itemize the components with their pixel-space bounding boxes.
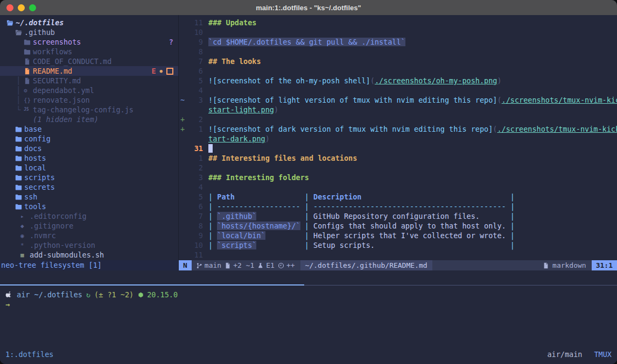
syntax-segment (300, 202, 305, 211)
tree-item-label: config (24, 134, 51, 144)
statusline-diff: +2 ~1 (233, 261, 254, 269)
line-text: tart-dark.png) (203, 134, 617, 144)
tree-item-dependabot.yml[interactable]: │⚙dependabot.yml (0, 85, 178, 95)
tree-item-.editorconfig[interactable]: ▸.editorconfig (0, 211, 178, 221)
gutter-sign (179, 221, 188, 231)
apple-icon (5, 291, 13, 298)
syntax-segment (235, 192, 305, 201)
tree-item-label: scripts (24, 173, 55, 182)
syntax-segment: | (510, 212, 515, 220)
syntax-segment: ) (497, 76, 501, 85)
tmux-status-bar: 1:.dotfiles air/main TMUX (5, 349, 612, 359)
line-number: 11 (188, 18, 203, 27)
editor-line[interactable]: 9`cd $HOME/.dotfiles && git pull && ./in… (179, 37, 617, 47)
editor-line[interactable]: 4 (179, 182, 617, 192)
tree-item-label: local (24, 163, 46, 173)
editor-line[interactable]: +1![screenshot of dark version of tmux w… (179, 124, 617, 134)
editor-line[interactable]: 10| `scripts` | Setup scripts. | (179, 240, 617, 250)
tree-item-.python-version[interactable]: *.python-version (0, 240, 178, 250)
syntax-segment: ### Interesting folders (208, 173, 309, 182)
line-number (188, 134, 203, 144)
tmux-host-session: air/main (547, 349, 582, 359)
zoom-button[interactable] (29, 4, 36, 11)
syntax-segment: | (305, 212, 313, 220)
editor-line[interactable]: 4 (179, 85, 617, 95)
tree-item-secrets[interactable]: secrets (0, 182, 178, 192)
editor-line[interactable]: ~3![screenshot of light version of tmux … (179, 95, 617, 105)
editor-line[interactable]: 8| `hosts/{hostname}/` | Configs that sh… (179, 221, 617, 231)
editor-line[interactable]: 6| ------------------- | ---------------… (179, 202, 617, 211)
syntax-segment: Path (217, 192, 235, 201)
diamond-icon: ◆ (20, 223, 30, 229)
shell-pane[interactable]: air ~/.dotfiles ↻ (± ?1 ~2) 20.15.0 → 1:… (0, 270, 617, 364)
editor-line[interactable]: 10 (179, 27, 617, 37)
tree-item-renovate.json[interactable]: │{}renovate.json (0, 95, 178, 105)
tree-item-docs[interactable]: docs (0, 144, 178, 153)
editor-line[interactable]: 8 (179, 47, 617, 56)
editor-line[interactable]: 1## Interesting files and locations (179, 153, 617, 163)
tree-item-label: workflows (33, 47, 72, 56)
pending-icon (278, 262, 284, 269)
tree-item-local[interactable]: local (0, 163, 178, 173)
editor-line[interactable]: tart-dark.png) (179, 134, 617, 144)
editor-line[interactable]: 31 (179, 144, 617, 153)
folder-icon (15, 184, 24, 191)
editor-line[interactable]: +2 (179, 115, 617, 124)
folder-icon (15, 126, 24, 133)
editor-line[interactable]: 2 (179, 163, 617, 173)
syntax-segment: | (208, 192, 217, 201)
neo-tree-sidebar[interactable]: ~/.dotfiles.githubscreenshots?workflowsC… (0, 15, 178, 270)
tree-item-label: .gitignore (30, 221, 73, 231)
line-number: 11 (188, 250, 203, 260)
tree-item-security.md[interactable]: │SECURITY.md (0, 76, 178, 85)
editor-line[interactable]: 11### Updates (179, 18, 617, 27)
tree-item-.nvmrc[interactable]: ◉.nvmrc (0, 231, 178, 240)
tree-item-scripts[interactable]: scripts (0, 173, 178, 182)
editor-line[interactable]: 11 (179, 250, 617, 260)
tree-item-hosts[interactable]: hosts (0, 153, 178, 163)
tree-item-tag-changelog-config.js[interactable]: └JStag-changelog-config.js (0, 105, 178, 115)
nvim-editor[interactable]: 11### Updates 10 9`cd $HOME/.dotfiles &&… (179, 15, 617, 260)
editor-line[interactable]: 5| Path | Description | (179, 192, 617, 202)
tree-item-1hiddenitem[interactable]: (1 hidden item) (0, 115, 178, 124)
tree-item-add-submodules.sh[interactable]: ■add-submodules.sh (0, 250, 178, 260)
tree-item-base[interactable]: base (0, 124, 178, 134)
editor-line[interactable]: 3### Interesting folders (179, 173, 617, 182)
file-tree: ~/.dotfiles.githubscreenshots?workflowsC… (0, 15, 178, 260)
tree-item-workflows[interactable]: workflows (0, 47, 178, 56)
syntax-segment (265, 231, 305, 240)
line-text: start-light.png) (203, 105, 617, 115)
prompt-path: ~/.dotfiles (30, 290, 82, 299)
line-text: ### Updates (203, 18, 617, 27)
tree-item-.gitignore[interactable]: ◆.gitignore (0, 221, 178, 231)
tree-item-config[interactable]: config (0, 134, 178, 144)
syntax-segment: ![screenshot of the oh-my-posh shell] (208, 76, 370, 85)
editor-line[interactable]: 9| `local/bin` | Helper scripts that I'v… (179, 231, 617, 240)
tree-item-tools[interactable]: tools (0, 202, 178, 211)
tree-indent-guide: └ (16, 105, 24, 115)
tmux-right-section: air/main TMUX (547, 349, 612, 359)
editor-line[interactable]: start-light.png) (179, 105, 617, 115)
line-number: 1 (188, 124, 203, 134)
tree-item-codeofconduct.md[interactable]: CODE_OF_CONDUCT.md (0, 56, 178, 66)
editor-line[interactable]: 6 (179, 66, 617, 76)
pane-border-active[interactable] (0, 284, 304, 286)
line-number: 6 (188, 202, 203, 211)
gutter-sign (179, 250, 188, 260)
syntax-segment: ./screenshots/oh-my-posh.png (375, 76, 497, 85)
window-title: main:1:.dotfiles - "ks~/.dotfiles" (256, 4, 361, 12)
tree-item-.dotfiles[interactable]: ~/.dotfiles (0, 18, 178, 27)
editor-line[interactable]: 5![screenshot of the oh-my-posh shell](.… (179, 76, 617, 85)
tmux-window-tab[interactable]: 1:.dotfiles (5, 349, 53, 359)
folder-icon (15, 135, 24, 142)
tree-item-readme.md[interactable]: README.mdE● (0, 66, 178, 76)
minimize-button[interactable] (18, 4, 25, 11)
titlebar[interactable]: main:1:.dotfiles - "ks~/.dotfiles" (0, 0, 617, 16)
tree-item-screenshots[interactable]: screenshots? (0, 37, 178, 47)
close-button[interactable] (6, 4, 13, 11)
editor-line[interactable]: 7## The looks (179, 56, 617, 66)
tree-item-.github[interactable]: .github (0, 27, 178, 37)
editor-line[interactable]: 7| `.github` | GitHub Repository configu… (179, 211, 617, 221)
tree-item-ssh[interactable]: ssh (0, 192, 178, 202)
syntax-segment: ) (274, 105, 278, 114)
